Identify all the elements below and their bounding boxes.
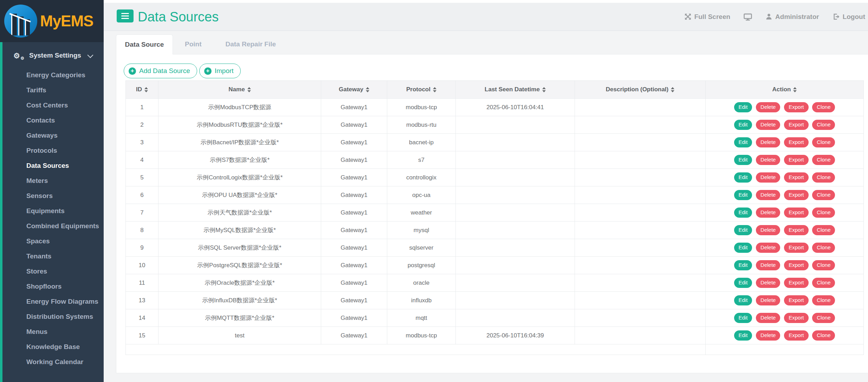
sidebar-item-tariffs[interactable]: Tariffs xyxy=(0,83,104,98)
column-header-name[interactable]: Name xyxy=(158,81,321,99)
delete-button[interactable]: Delete xyxy=(756,120,780,130)
export-button[interactable]: Export xyxy=(784,295,808,305)
column-header-last-seen[interactable]: Last Seen Datetime xyxy=(456,81,575,99)
delete-button[interactable]: Delete xyxy=(756,278,780,288)
edit-button[interactable]: Edit xyxy=(734,243,752,253)
clone-button[interactable]: Clone xyxy=(812,243,835,253)
delete-button[interactable]: Delete xyxy=(756,225,780,235)
clone-button[interactable]: Clone xyxy=(812,155,835,165)
delete-button[interactable]: Delete xyxy=(756,243,780,253)
sidebar-item-cost-centers[interactable]: Cost Centers xyxy=(0,98,104,113)
clone-button[interactable]: Clone xyxy=(812,278,835,288)
sidebar-item-gateways[interactable]: Gateways xyxy=(0,128,104,143)
sidebar-item-distribution-systems[interactable]: Distribution Systems xyxy=(0,309,104,324)
delete-button[interactable]: Delete xyxy=(756,172,780,183)
export-button[interactable]: Export xyxy=(784,102,808,112)
sidebar-item-spaces[interactable]: Spaces xyxy=(0,233,104,249)
export-button[interactable]: Export xyxy=(784,155,808,165)
clone-button[interactable]: Clone xyxy=(812,208,835,218)
edit-button[interactable]: Edit xyxy=(734,295,752,305)
export-button[interactable]: Export xyxy=(784,208,808,218)
delete-button[interactable]: Delete xyxy=(756,313,780,323)
column-header-action[interactable]: Action xyxy=(706,81,864,99)
clone-button[interactable]: Clone xyxy=(812,313,835,323)
delete-button[interactable]: Delete xyxy=(756,102,780,112)
fullscreen-button[interactable]: Full Screen xyxy=(684,13,730,21)
delete-button[interactable]: Delete xyxy=(756,190,780,200)
clone-button[interactable]: Clone xyxy=(812,190,835,200)
edit-button[interactable]: Edit xyxy=(734,278,752,288)
sidebar-item-knowledge-base[interactable]: Knowledge Base xyxy=(0,339,104,354)
clone-button[interactable]: Clone xyxy=(812,225,835,235)
sidebar-item-combined-equipments[interactable]: Combined Equipments xyxy=(0,218,104,233)
export-button[interactable]: Export xyxy=(784,172,808,183)
cell-name: 示例S7数据源*企业版* xyxy=(158,151,321,169)
sidebar-item-stores[interactable]: Stores xyxy=(0,264,104,279)
column-header-protocol[interactable]: Protocol xyxy=(387,81,456,99)
tab-point[interactable]: Point xyxy=(173,34,214,54)
export-button[interactable]: Export xyxy=(784,243,808,253)
sidebar-item-energy-categories[interactable]: Energy Categories xyxy=(0,67,104,83)
clone-button[interactable]: Clone xyxy=(812,260,835,270)
column-header-id[interactable]: ID xyxy=(126,81,158,99)
sidebar-item-tenants[interactable]: Tenants xyxy=(0,249,104,264)
cell-gateway: Gateway1 xyxy=(321,222,387,239)
tab-data-repair-file[interactable]: Data Repair File xyxy=(214,34,288,54)
edit-button[interactable]: Edit xyxy=(734,190,752,200)
edit-button[interactable]: Edit xyxy=(734,172,752,183)
export-button[interactable]: Export xyxy=(784,190,808,200)
edit-button[interactable]: Edit xyxy=(734,102,752,112)
delete-button[interactable]: Delete xyxy=(756,295,780,305)
add-data-source-button[interactable]: + Add Data Source xyxy=(124,64,197,78)
edit-button[interactable]: Edit xyxy=(734,155,752,165)
clone-button[interactable]: Clone xyxy=(812,120,835,130)
edit-button[interactable]: Edit xyxy=(734,330,752,341)
column-header-gateway[interactable]: Gateway xyxy=(321,81,387,99)
sidebar-item-menus[interactable]: Menus xyxy=(0,324,104,339)
delete-button[interactable]: Delete xyxy=(756,260,780,270)
export-button[interactable]: Export xyxy=(784,260,808,270)
user-menu[interactable]: Administrator xyxy=(765,13,819,21)
brand-logo[interactable]: MyEMS xyxy=(0,0,104,42)
delete-button[interactable]: Delete xyxy=(756,155,780,165)
edit-button[interactable]: Edit xyxy=(734,208,752,218)
edit-button[interactable]: Edit xyxy=(734,137,752,147)
clone-button[interactable]: Clone xyxy=(812,172,835,183)
export-button[interactable]: Export xyxy=(784,330,808,341)
sidebar-item-contacts[interactable]: Contacts xyxy=(0,113,104,128)
display-button[interactable] xyxy=(744,13,752,21)
clone-button[interactable]: Clone xyxy=(812,295,835,305)
cell-id: 2 xyxy=(126,116,158,134)
export-button[interactable]: Export xyxy=(784,225,808,235)
cell-protocol: opc-ua xyxy=(387,186,456,204)
logout-button[interactable]: Logout xyxy=(833,13,865,21)
sidebar-item-sensors[interactable]: Sensors xyxy=(0,188,104,203)
tab-data-source[interactable]: Data Source xyxy=(116,34,173,54)
sidebar-section-system-settings[interactable]: ⚙⚙ System Settings xyxy=(0,48,104,62)
clone-button[interactable]: Clone xyxy=(812,137,835,147)
export-button[interactable]: Export xyxy=(784,137,808,147)
cell-description xyxy=(575,169,706,186)
sidebar-item-equipments[interactable]: Equipments xyxy=(0,203,104,218)
edit-button[interactable]: Edit xyxy=(734,260,752,270)
menu-toggle-button[interactable] xyxy=(117,9,134,22)
sidebar-item-data-sources[interactable]: Data Sources xyxy=(0,158,104,173)
edit-button[interactable]: Edit xyxy=(734,313,752,323)
export-button[interactable]: Export xyxy=(784,313,808,323)
edit-button[interactable]: Edit xyxy=(734,120,752,130)
edit-button[interactable]: Edit xyxy=(734,225,752,235)
import-button[interactable]: + Import xyxy=(199,64,241,78)
sidebar-item-meters[interactable]: Meters xyxy=(0,173,104,188)
sidebar-item-working-calendar[interactable]: Working Calendar xyxy=(0,354,104,369)
sidebar-item-protocols[interactable]: Protocols xyxy=(0,143,104,158)
column-header-description[interactable]: Description (Optional) xyxy=(575,81,706,99)
sidebar-item-shopfloors[interactable]: Shopfloors xyxy=(0,279,104,294)
clone-button[interactable]: Clone xyxy=(812,102,835,112)
delete-button[interactable]: Delete xyxy=(756,208,780,218)
export-button[interactable]: Export xyxy=(784,120,808,130)
delete-button[interactable]: Delete xyxy=(756,330,780,341)
export-button[interactable]: Export xyxy=(784,278,808,288)
sidebar-item-energy-flow-diagrams[interactable]: Energy Flow Diagrams xyxy=(0,294,104,309)
delete-button[interactable]: Delete xyxy=(756,137,780,147)
clone-button[interactable]: Clone xyxy=(812,330,835,341)
